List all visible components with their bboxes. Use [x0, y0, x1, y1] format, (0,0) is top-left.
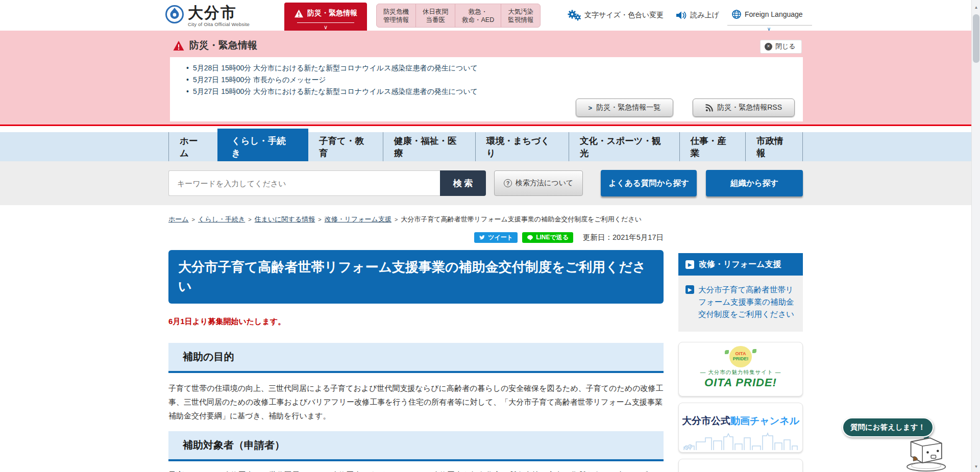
header-tools: 文字サイズ・色合い変更 読み上げ Foreign Language ∨ — [568, 0, 803, 31]
page-title: 大分市子育て高齢者世帯リフォーム支援事業の補助金交付制度をご利用ください — [168, 250, 664, 304]
divider — [297, 22, 354, 23]
nav-item-kosodate-kyoiku[interactable]: 子育て・教育 — [308, 132, 383, 161]
emergency-banner-title: 防災・緊急情報 — [173, 39, 257, 52]
recruitment-notice: 6月1日より募集開始いたします。 — [168, 317, 285, 327]
nav-item-kankyo-machizukuri[interactable]: 環境・まちづくり — [475, 132, 569, 161]
header-quick-links: 防災危機 管理情報 休日夜間 当番医 救急・ 救命・AED 大気汚染 監視情報 — [376, 4, 541, 28]
line-balloon-icon — [527, 234, 533, 241]
share-row: ツイート LINEで送る 更新日：2021年5月17日 — [168, 232, 664, 243]
list-item: • 5月27日 15時00分 大分市における新たな新型コロナウイルス感染症患者の… — [186, 87, 803, 96]
site-header: 大分市 City of Oita Official Website 防災・緊急情… — [0, 0, 980, 31]
bullet-icon: • — [186, 87, 189, 95]
text-size-color-tool[interactable]: 文字サイズ・色合い変更 — [568, 10, 664, 21]
nav-item-shigoto-sangyo[interactable]: 仕事・産業 — [679, 132, 745, 161]
scroll-down-arrow[interactable]: ▼ — [972, 462, 980, 471]
breadcrumb-current: 大分市子育て高齢者世帯リフォーム支援事業の補助金交付制度をご利用ください — [401, 215, 642, 223]
logo-text: 大分市 City of Oita Official Website — [188, 4, 250, 27]
bullet-icon: • — [186, 64, 189, 72]
divider — [727, 25, 812, 26]
breadcrumb-link-kaishu-reform[interactable]: 改修・リフォーム支援 — [325, 215, 391, 223]
search-row: 検 索 ? 検索方法について よくある質問から探す 組織から探す — [168, 170, 803, 196]
quick-link-disaster-info[interactable]: 防災危機 管理情報 — [377, 4, 415, 27]
list-item: • 5月27日 15時00分 市長からのメッセージ — [186, 76, 803, 85]
text-size-tool-label: 文字サイズ・色合い変更 — [584, 11, 664, 20]
sidebar-links-panel: ▶ 大分市子育て高齢者世帯リフォーム支援事業の補助金交付制度をご利用ください — [678, 276, 803, 332]
leaf-icon — [752, 349, 756, 353]
emergency-rss-button-label: 防災・緊急情報RSS — [717, 103, 782, 112]
nav-item-shisei-joho[interactable]: 市政情報 — [745, 132, 803, 161]
emergency-rss-button[interactable]: 防災・緊急情報RSS — [693, 98, 795, 117]
tweet-button[interactable]: ツイート — [474, 232, 518, 243]
foreign-language-tool[interactable]: Foreign Language ∨ — [731, 9, 803, 21]
search-button[interactable]: 検 索 — [440, 170, 486, 196]
nav-item-bunka-sports-kanko[interactable]: 文化・スポーツ・観光 — [569, 132, 679, 161]
tweet-button-label: ツイート — [488, 233, 513, 242]
breadcrumb-separator: > — [248, 216, 251, 222]
banner-close-button[interactable]: × 閉じる — [760, 40, 802, 54]
scroll-up-arrow[interactable]: ▲ — [972, 3, 980, 12]
breadcrumb-link-kurashi[interactable]: くらし・手続き — [198, 215, 245, 223]
speaker-icon — [676, 11, 687, 20]
city-skyline-icon — [683, 431, 798, 451]
breadcrumb-link-home[interactable]: ホーム — [168, 215, 189, 223]
twitter-bird-icon — [479, 235, 485, 240]
sidebar-category-header[interactable]: ▶ 改修・リフォーム支援 — [678, 253, 803, 276]
quick-link-emergency-aed[interactable]: 救急・ 救命・AED — [455, 4, 501, 27]
vertical-scrollbar[interactable]: ▲ ▼ — [971, 0, 980, 472]
sidebar-banner-stub[interactable] — [678, 459, 803, 472]
emergency-list-button[interactable]: > 防災・緊急情報一覧 — [576, 98, 674, 117]
nav-item-home[interactable]: ホーム — [168, 132, 217, 161]
scrollbar-thumb[interactable] — [973, 14, 979, 63]
oita-pride-badge: OITA PRIDE! — [729, 346, 752, 367]
search-help-label: 検索方法について — [516, 179, 573, 188]
warning-triangle-icon — [294, 9, 304, 18]
close-button-label: 閉じる — [775, 42, 796, 51]
video-banner-text: 大分市公式動画チャンネル — [679, 414, 802, 428]
site-logo[interactable]: 大分市 City of Oita Official Website — [164, 4, 250, 27]
breadcrumb-link-sumai[interactable]: 住まいに関する情報 — [255, 215, 315, 223]
emergency-news-link[interactable]: 5月27日 15時00分 市長からのメッセージ — [193, 76, 326, 85]
nav-item-kurashi-tetsuzuki[interactable]: くらし・手続き — [217, 129, 308, 161]
section-body-eligibility: 子育てのための改修工事、三世代同居のための改修工事およびバリアフリー改修工事を行… — [168, 468, 669, 472]
oita-pride-title: OITA PRIDE! — [679, 376, 802, 389]
sidebar-category-label: 改修・リフォーム支援 — [699, 259, 781, 270]
quick-link-holiday-doctor[interactable]: 休日夜間 当番医 — [415, 4, 455, 27]
oita-pride-banner[interactable]: OITA PRIDE! ― 大分市の魅力特集サイト ― OITA PRIDE! — [678, 342, 803, 396]
banner-buttons: > 防災・緊急情報一覧 防災・緊急情報RSS — [576, 98, 795, 117]
sidebar: ▶ 改修・リフォーム支援 ▶ 大分市子育て高齢者世帯リフォーム支援事業の補助金交… — [678, 253, 803, 472]
arrow-right-icon: ▶ — [685, 285, 694, 294]
close-icon: × — [765, 43, 772, 51]
chevron-right-icon: > — [589, 104, 593, 112]
foreign-language-label: Foreign Language — [745, 10, 803, 18]
tofu-mascot-icon[interactable] — [896, 432, 952, 472]
official-video-channel-banner[interactable]: 大分市公式動画チャンネル — [678, 403, 803, 453]
emergency-news-link[interactable]: 5月28日 15時00分 大分市における新たな新型コロナウイルス感染症患者の発生… — [193, 64, 478, 73]
search-input[interactable] — [168, 170, 440, 196]
breadcrumb-separator: > — [318, 216, 321, 222]
breadcrumb-separator: > — [192, 216, 195, 222]
rss-icon — [705, 104, 713, 112]
globe-icon — [731, 9, 742, 19]
emergency-banner: 防災・緊急情報 × 閉じる • 5月28日 15時00分 大分市における新たな新… — [0, 31, 980, 126]
search-section: 検 索 ? 検索方法について よくある質問から探す 組織から探す — [0, 161, 980, 205]
quick-link-air-pollution[interactable]: 大気汚染 監視情報 — [501, 4, 540, 27]
nav-item-kenko-fukushi-iryo[interactable]: 健康・福祉・医療 — [383, 132, 475, 161]
org-search-button[interactable]: 組織から探す — [706, 170, 803, 196]
line-share-button[interactable]: LINEで送る — [522, 232, 573, 243]
emergency-banner-title-text: 防災・緊急情報 — [189, 39, 257, 52]
section-heading-eligibility: 補助対象者（申請者） — [168, 431, 664, 461]
oita-pride-tagline: ― 大分市の魅力特集サイト ― — [679, 369, 802, 376]
emergency-news-link[interactable]: 5月27日 15時00分 大分市における新たな新型コロナウイルス感染症患者の発生… — [193, 87, 478, 96]
section-heading-purpose: 補助の目的 — [168, 343, 664, 373]
read-aloud-label: 読み上げ — [690, 11, 719, 20]
leaf-icon — [725, 350, 729, 354]
sidebar-link-reform-subsidy[interactable]: ▶ 大分市子育て高齢者世帯リフォーム支援事業の補助金交付制度をご利用ください — [685, 284, 797, 320]
faq-search-button[interactable]: よくある質問から探す — [601, 170, 697, 196]
read-aloud-tool[interactable]: 読み上げ — [676, 11, 719, 20]
updated-date: 更新日：2021年5月17日 — [583, 233, 664, 242]
list-item: • 5月28日 15時00分 大分市における新たな新型コロナウイルス感染症患者の… — [186, 64, 803, 73]
search-help-button[interactable]: ? 検索方法について — [494, 170, 583, 196]
logo-title: 大分市 — [188, 4, 250, 21]
chatbot-mascot: 質問にお答えします！ — [842, 417, 952, 437]
warning-triangle-icon — [173, 40, 185, 51]
